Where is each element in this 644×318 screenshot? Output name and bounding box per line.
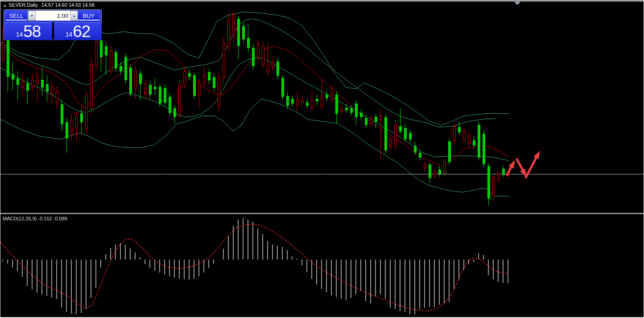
macd-label: MACD(12,26,9) -0.152 -0.089 <box>3 216 67 221</box>
chart-ohlc-values: 14.57 14.60 14.53 14.58 <box>41 2 95 8</box>
chart-title: ▲SILVER,Daily14.57 14.60 14.53 14.58 <box>3 2 95 8</box>
buy-price-small-digits: 14 <box>66 31 73 37</box>
volume-decrease-button[interactable]: ▾ <box>28 11 36 21</box>
macd-canvas[interactable] <box>0 214 644 317</box>
chart-shift-icon[interactable] <box>514 2 520 5</box>
volume-input[interactable] <box>36 11 70 21</box>
chart-symbol-period: SILVER,Daily <box>8 2 38 8</box>
buy-price-display[interactable]: 14 62 <box>54 22 102 40</box>
volume-stepper: ▾ ▴ <box>28 10 78 21</box>
trade-panel-prices: 14 58 14 62 <box>4 22 102 40</box>
sell-price-big-digits: 58 <box>23 23 41 40</box>
buy-price-big-digits: 62 <box>73 23 90 40</box>
sell-button[interactable]: SELL <box>5 11 27 21</box>
buy-button[interactable]: BUY <box>78 11 100 21</box>
chevron-up-icon: ▴ <box>73 13 75 18</box>
one-click-trading-panel: SELL ▾ ▴ BUY 14 58 14 62 <box>4 9 102 40</box>
panel-collapse-icon[interactable]: ▲ <box>3 4 7 8</box>
trade-panel-top-row: SELL ▾ ▴ BUY <box>4 10 101 22</box>
macd-indicator-panel[interactable]: MACD(12,26,9) -0.152 -0.089 <box>0 214 644 317</box>
sell-price-small-digits: 14 <box>16 31 23 37</box>
volume-increase-button[interactable]: ▴ <box>70 11 78 21</box>
price-chart-area[interactable]: ▲SILVER,Daily14.57 14.60 14.53 14.58 SEL… <box>0 1 644 213</box>
chart-window: ▲SILVER,Daily14.57 14.60 14.53 14.58 SEL… <box>0 0 644 318</box>
chevron-down-icon: ▾ <box>31 13 33 18</box>
sell-price-display[interactable]: 14 58 <box>4 22 52 40</box>
